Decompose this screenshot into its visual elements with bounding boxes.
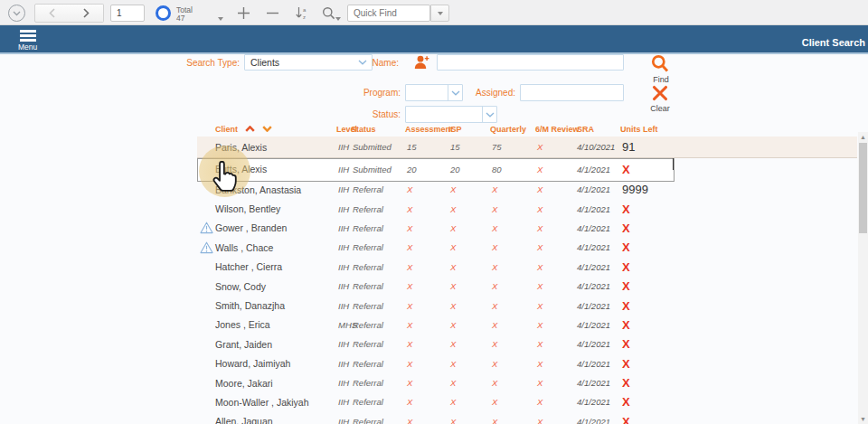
level-cell: IIH [336,223,351,233]
total-dropdown-caret-icon[interactable] [218,17,223,21]
zoom-out-button[interactable] [262,0,282,25]
column-header-level[interactable]: Level [336,125,351,134]
vertical-scrollbar[interactable]: ▲ ▼ [858,132,868,424]
sra-date-cell: 4/1/2021 [577,204,620,214]
clear-label[interactable]: Clear [646,104,674,113]
chevron-down-icon [13,11,21,16]
sort-down-icon[interactable] [262,126,272,132]
table-row[interactable]: Jones , Erica MHS Referral X X X X 4/1/2… [197,316,857,334]
quick-find-input[interactable] [347,5,430,22]
warning-cell [197,241,215,254]
status-cell: Referral [351,378,405,388]
client-name-cell[interactable]: Snow, Cody [215,281,336,292]
find-label[interactable]: Find [647,75,675,84]
assessment-cell: X [405,262,448,272]
page-number-input[interactable] [110,5,145,22]
clear-x-icon[interactable] [652,85,668,101]
menu-label[interactable]: Menu [18,42,37,52]
sort-button[interactable]: a z [291,0,311,25]
table-row[interactable]: Snow, Cody IIH Referral X X X X 4/1/2021… [197,277,857,296]
isp-cell: X [448,378,490,388]
find-search-icon[interactable] [651,54,669,73]
client-name-cell[interactable]: Moon-Waller , Jakiyah [215,397,336,408]
client-name-cell[interactable]: Hatcher , Cierra [215,261,336,272]
svg-text:a: a [303,7,307,13]
sra-date-cell: 4/1/2021 [577,165,620,174]
client-name-cell[interactable]: Wilson, Bentley [215,203,336,214]
table-row[interactable]: Howard, Jaimiyah IIH Referral X X X X 4/… [197,354,857,373]
column-header-quarterly[interactable]: Quarterly [490,125,535,134]
table-row[interactable]: Butts, Alexis IIH Submitted 20 20 80 X 4… [197,158,857,180]
client-name-cell[interactable]: Moore, Jakari [215,378,336,389]
quick-find-dropdown-button[interactable] [430,5,449,22]
assigned-input[interactable] [520,84,624,101]
search-type-select[interactable]: Clients [244,54,373,71]
table-row[interactable]: Allen, Jaquan IIH Referral X X X X 4/1/2… [197,412,857,424]
table-row[interactable]: Walls , Chace IIH Referral X X X X 4/1/2… [197,238,857,257]
previous-page-button[interactable] [34,4,70,23]
table-row[interactable]: Moore, Jakari IIH Referral X X X X 4/1/2… [197,373,857,392]
sort-up-icon[interactable] [245,126,255,132]
client-name-cell[interactable]: Jones , Erica [215,319,336,330]
plus-icon [237,6,250,20]
scroll-down-icon[interactable]: ▼ [858,416,868,422]
warning-triangle-icon [200,241,213,254]
quarterly-cell: X [490,262,535,272]
client-name-cell[interactable]: Smith, Danazjha [215,300,336,311]
table-row[interactable]: Grant, Jaiden IIH Referral X X X X 4/1/2… [197,334,857,353]
toolbar-search-button[interactable] [318,0,338,25]
client-name-cell[interactable]: Allen, Jaquan [215,416,336,424]
zoom-in-button[interactable] [233,0,253,25]
status-cell: Submitted [351,142,405,152]
table-row[interactable]: Paris, Alexis IIH Submitted 15 15 75 X 4… [197,137,857,158]
add-person-icon[interactable] [413,54,430,71]
column-header-review[interactable]: 6/M Review [535,125,577,134]
menu-hamburger-icon[interactable] [20,30,36,43]
svg-text:z: z [303,14,306,20]
table-row[interactable]: Moon-Waller , Jakiyah IIH Referral X X X… [197,392,857,411]
table-row[interactable]: Gower , Branden IIH Referral X X X X 4/1… [197,219,857,238]
column-header-sra[interactable]: SRA [577,125,620,134]
column-header-assessment[interactable]: Assessment [405,125,448,134]
table-row[interactable]: Smith, Danazjha IIH Referral X X X X 4/1… [197,296,857,315]
quarterly-cell: X [490,301,535,311]
column-header-units[interactable]: Units Left [620,125,675,134]
client-name-cell[interactable]: Grant, Jaiden [215,339,336,350]
table-row[interactable]: Wilson, Bentley IIH Referral X X X X 4/1… [197,199,857,218]
scroll-up-icon[interactable]: ▲ [858,134,868,140]
next-page-button[interactable] [69,4,104,23]
quarterly-cell: X [490,339,535,349]
isp-cell: X [448,223,490,233]
level-cell: IIH [336,397,351,407]
client-name-cell[interactable]: Gower , Branden [215,222,336,233]
table-row[interactable]: Hatcher , Cierra IIH Referral X X X X 4/… [197,258,857,277]
column-header-status[interactable]: Status [351,125,405,134]
client-name-cell[interactable]: Howard, Jaimiyah [215,358,336,369]
review-cell: X [535,359,577,369]
level-cell: IIH [336,339,351,349]
sra-date-cell: 4/1/2021 [577,262,620,272]
assessment-cell: X [405,223,448,233]
isp-cell: X [448,262,490,272]
quarterly-cell: X [490,242,535,252]
client-results-table: Client Level Status Assessment ISP Quart… [197,123,857,424]
scrollbar-thumb[interactable] [859,143,867,233]
program-select[interactable] [405,84,463,101]
table-row[interactable]: Bankston, Anastasia IIH Referral X X X X… [197,180,857,199]
assessment-cell: X [405,242,448,252]
column-header-client[interactable]: Client [215,125,336,134]
column-header-isp[interactable]: ISP [448,125,490,134]
sra-date-cell: 4/1/2021 [577,301,620,311]
search-dropdown-caret-icon[interactable] [335,17,341,21]
collapse-circle-button[interactable] [8,5,25,22]
client-name-cell[interactable]: Walls , Chace [215,242,336,253]
review-cell: X [535,320,577,330]
units-left-cell: X [620,376,675,390]
status-cell: Referral [351,262,405,272]
assessment-cell: X [405,359,448,369]
status-select[interactable] [405,106,497,123]
sra-date-cell: 4/1/2021 [577,320,620,330]
assessment-cell: X [405,184,448,194]
name-input[interactable] [437,54,624,71]
quarterly-cell: X [490,378,535,388]
